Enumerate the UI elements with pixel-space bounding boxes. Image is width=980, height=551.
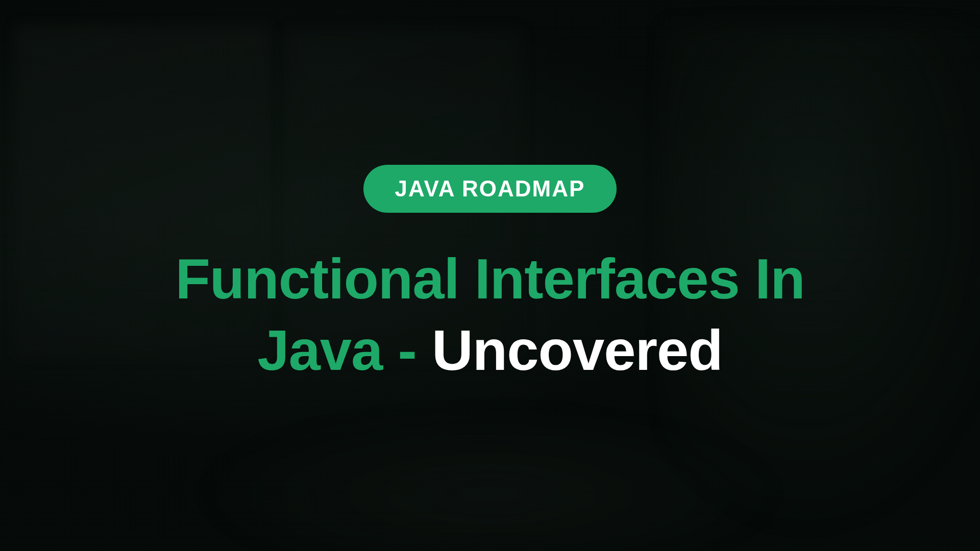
title-text-green-1: Functional Interfaces In (175, 247, 804, 311)
title-text-white: Uncovered (432, 318, 723, 382)
content-container: JAVA ROADMAP Functional Interfaces In Ja… (0, 0, 980, 551)
title-text-green-2: Java - (257, 318, 432, 382)
badge-label: JAVA ROADMAP (395, 176, 585, 201)
main-title: Functional Interfaces In Java - Uncovere… (175, 243, 804, 386)
title-line-1: Functional Interfaces In (175, 243, 804, 315)
title-line-2: Java - Uncovered (175, 315, 804, 386)
category-badge: JAVA ROADMAP (363, 165, 617, 213)
